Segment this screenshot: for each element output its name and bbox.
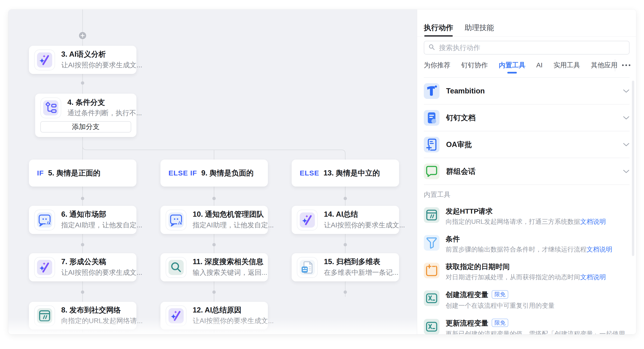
tool-item-http-request[interactable]: 发起HTTP请求 向指定的URL发起网络请求，打通三方系统数据文档说明 bbox=[424, 207, 630, 226]
category-dingtalk-collab[interactable]: 钉钉协作 bbox=[461, 56, 488, 74]
app-name: OA审批 bbox=[446, 140, 472, 150]
workflow-canvas[interactable]: 3. AI语义分析 让AI按照你的要求生成文... 4. 条件分支 通过条件判断… bbox=[8, 9, 417, 334]
node-card-archive-table[interactable]: 15. 归档到多维表 在多维表中新增一条记... bbox=[292, 253, 399, 282]
app-name: 群组会话 bbox=[446, 166, 476, 176]
category-other-apps[interactable]: 其他应用 bbox=[591, 56, 618, 74]
node-title: 7. 形成公关稿 bbox=[61, 257, 131, 266]
tool-title: 获取指定的日期时间 bbox=[446, 263, 606, 271]
branch-title: 5. 舆情是正面的 bbox=[48, 169, 100, 177]
node-card-notify-marketing[interactable]: 6. 通知市场部 指定AI助理，让他发自定... bbox=[29, 206, 136, 234]
ai-generate-icon bbox=[34, 257, 55, 278]
tool-desc: 向指定的URL发起网络请求，打通三方系统数据文档说明 bbox=[446, 217, 606, 226]
app-row-group-chat[interactable]: 群组会话 bbox=[424, 158, 630, 185]
app-name: Teambition bbox=[446, 87, 485, 95]
tool-item-datetime[interactable]: 获取指定的日期时间 对日期进行加减处理，从而获得指定的动态时间文档说明 bbox=[424, 263, 630, 282]
category-utility[interactable]: 实用工具 bbox=[553, 56, 580, 74]
ai-generate-icon bbox=[34, 49, 55, 70]
chevron-down-icon[interactable] bbox=[623, 116, 630, 120]
tool-item-create-variable[interactable]: 创建流程变量限免 创建一个在该流程中可重复引用的变量 bbox=[424, 291, 630, 310]
app-row-oa-approval[interactable]: OA审批 bbox=[424, 131, 630, 158]
search-input[interactable] bbox=[438, 44, 625, 52]
panel-scrollbar[interactable] bbox=[632, 81, 634, 256]
tool-desc: 对日期进行加减处理，从而获得指定的动态时间文档说明 bbox=[446, 273, 606, 282]
action-panel: 执行动作 助理技能 为你推荐 钉钉协作 内置工具 AI 实用工具 其他应用 bbox=[417, 9, 636, 334]
node-card-condition-branch[interactable]: 4. 条件分支 通过条件判断，执行不... 添加分支 bbox=[35, 94, 136, 137]
section-label-builtin-tools: 内置工具 bbox=[424, 190, 630, 199]
tool-desc: 创建一个在该流程中可重复引用的变量 bbox=[446, 301, 554, 310]
condition-filter-icon bbox=[424, 235, 440, 251]
multidim-table-icon bbox=[297, 257, 318, 278]
ai-generate-icon bbox=[297, 210, 318, 230]
canvas-bottom-fade bbox=[8, 318, 417, 334]
limited-free-badge: 限免 bbox=[492, 290, 508, 299]
node-card-ai-semantic[interactable]: 3. AI语义分析 让AI按照你的要求生成文... bbox=[29, 46, 136, 74]
tab-execute-action[interactable]: 执行动作 bbox=[424, 23, 453, 36]
tool-desc: 更新已创建的流程变量的值，需搭配「创建流程变量」一起使用 bbox=[446, 330, 625, 334]
action-search-box[interactable] bbox=[424, 41, 630, 54]
category-ai[interactable]: AI bbox=[536, 56, 542, 74]
http-request-icon bbox=[424, 207, 440, 223]
group-chat-icon bbox=[424, 164, 440, 179]
app-row-teambition[interactable]: Teambition bbox=[424, 78, 630, 105]
app-group-list: Teambition 钉钉文档 bbox=[424, 77, 630, 185]
branch-title: 9. 舆情是负面的 bbox=[201, 169, 254, 177]
app-name: 钉钉文档 bbox=[446, 113, 476, 123]
flow-variable-icon bbox=[424, 319, 440, 334]
node-title: 15. 归档到多维表 bbox=[324, 257, 394, 266]
limited-free-badge: 限免 bbox=[492, 319, 508, 327]
node-title: 14. AI总结 bbox=[324, 210, 394, 219]
tool-item-update-variable[interactable]: 更新流程变量限免 更新已创建的流程变量的值，需搭配「创建流程变量」一起使用 bbox=[424, 319, 630, 334]
app-row-dingtalk-doc[interactable]: 钉钉文档 bbox=[424, 105, 630, 131]
node-card-deep-search[interactable]: 11. 深度搜索相关信息 输入搜索关键词，返回... bbox=[160, 253, 268, 282]
chevron-down-icon[interactable] bbox=[623, 89, 630, 93]
dingtalk-doc-icon bbox=[424, 110, 440, 126]
condition-branch-icon bbox=[40, 97, 61, 118]
node-title: 10. 通知危机管理团队 bbox=[193, 210, 263, 219]
node-subtitle: 在多维表中新增一条记... bbox=[324, 268, 394, 277]
node-card-ai-summary[interactable]: 14. AI总结 让AI按照你的要求生成文... bbox=[292, 206, 399, 234]
deep-search-icon bbox=[166, 257, 186, 278]
teambition-logo-icon bbox=[424, 83, 440, 99]
node-title: 12. AI总结原因 bbox=[193, 306, 263, 314]
branch-card-else[interactable]: ELSE 13. 舆情是中立的 bbox=[292, 160, 399, 187]
tab-assistant-skill[interactable]: 助理技能 bbox=[464, 23, 494, 36]
chevron-down-icon[interactable] bbox=[623, 169, 630, 174]
chevron-down-icon[interactable] bbox=[623, 142, 630, 147]
tool-title: 条件 bbox=[446, 235, 612, 243]
elseif-keyword: ELSE IF bbox=[168, 169, 197, 177]
node-title: 4. 条件分支 bbox=[68, 98, 131, 107]
add-branch-button[interactable]: 添加分支 bbox=[40, 121, 131, 133]
ai-assistant-message-icon bbox=[34, 210, 55, 230]
tool-title: 发起HTTP请求 bbox=[446, 207, 606, 215]
branch-card-if[interactable]: IF 5. 舆情是正面的 bbox=[29, 160, 136, 187]
tool-title: 更新流程变量限免 bbox=[446, 319, 625, 328]
panel-header-tabs: 执行动作 助理技能 bbox=[417, 9, 636, 37]
oa-approval-icon bbox=[424, 137, 440, 152]
ellipsis-icon bbox=[622, 64, 631, 66]
add-step-icon[interactable] bbox=[79, 32, 86, 39]
node-subtitle: 让AI按照你的要求生成文... bbox=[61, 268, 131, 277]
datetime-calendar-icon bbox=[424, 263, 440, 278]
node-card-notify-crisis-team[interactable]: 10. 通知危机管理团队 指定AI助理，让他发自定... bbox=[160, 206, 268, 234]
node-subtitle: 让AI按照你的要求生成文... bbox=[61, 60, 131, 70]
node-title: 6. 通知市场部 bbox=[61, 210, 131, 219]
tool-title: 创建流程变量限免 bbox=[446, 291, 554, 299]
category-tabs: 为你推荐 钉钉协作 内置工具 AI 实用工具 其他应用 bbox=[417, 56, 636, 74]
branch-card-elseif[interactable]: ELSE IF 9. 舆情是负面的 bbox=[160, 160, 268, 187]
doc-link[interactable]: 文档说明 bbox=[580, 218, 606, 225]
flow-variable-icon bbox=[424, 291, 440, 306]
node-subtitle: 让AI按照你的要求生成文... bbox=[324, 221, 394, 230]
category-recommended[interactable]: 为你推荐 bbox=[424, 56, 450, 74]
tool-item-condition[interactable]: 条件 前置步骤的输出数据符合条件时，才继续运行流程文档说明 bbox=[424, 235, 630, 254]
node-subtitle: 通过条件判断，执行不... bbox=[68, 108, 131, 118]
ai-assistant-message-icon bbox=[166, 210, 186, 230]
node-title: 11. 深度搜索相关信息 bbox=[193, 257, 263, 266]
branch-title: 13. 舆情是中立的 bbox=[324, 169, 380, 177]
doc-link[interactable]: 文档说明 bbox=[580, 274, 606, 281]
else-keyword: ELSE bbox=[300, 169, 319, 177]
more-categories-button[interactable] bbox=[615, 59, 631, 71]
node-card-pr-draft[interactable]: 7. 形成公关稿 让AI按照你的要求生成文... bbox=[29, 253, 136, 282]
category-builtin-tools[interactable]: 内置工具 bbox=[499, 56, 525, 74]
doc-link[interactable]: 文档说明 bbox=[586, 246, 612, 253]
workflow-builder-window: 3. AI语义分析 让AI按照你的要求生成文... 4. 条件分支 通过条件判断… bbox=[8, 9, 636, 334]
